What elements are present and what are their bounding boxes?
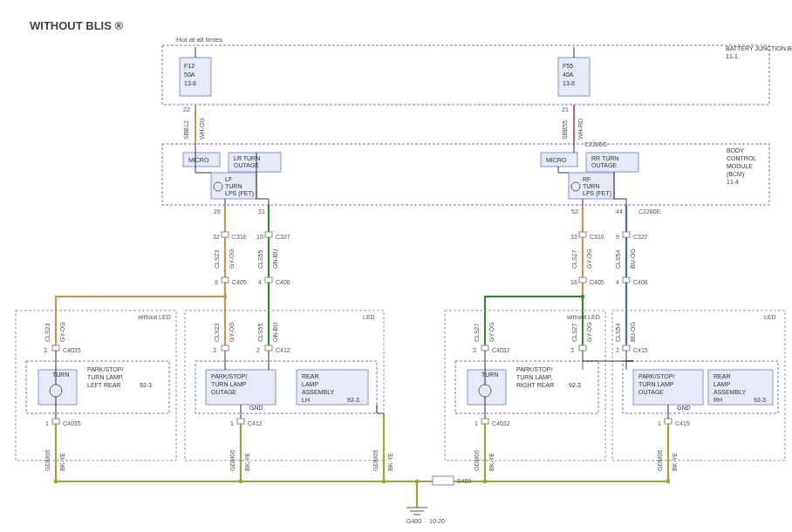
fuse-left-amps: 50A	[184, 72, 195, 78]
w-col-4: GY-OG	[488, 322, 495, 342]
branch-lr-noled	[56, 297, 225, 345]
w-id-3: CLS55	[257, 323, 263, 342]
c4032-1: 1	[475, 420, 478, 426]
svg-text:REAR: REAR	[302, 373, 318, 379]
svg-text:BK-YE: BK-YE	[672, 453, 678, 471]
sbb12-col: WH-OG	[199, 118, 205, 140]
c4032b: C4032	[492, 420, 510, 426]
svg-text:PARK/STOP/: PARK/STOP/	[211, 373, 247, 379]
c4035t: C4035	[63, 347, 81, 353]
svg-point-127	[54, 480, 58, 484]
w-id-5: CLS27	[571, 323, 577, 342]
svg-rect-37	[222, 277, 229, 283]
svg-text:CONTROL: CONTROL	[727, 155, 756, 161]
c412t: C412	[276, 347, 290, 353]
svg-text:GDM06: GDM06	[229, 450, 236, 471]
svg-rect-32	[222, 232, 229, 237]
svg-text:GDM06: GDM06	[657, 450, 663, 471]
svg-rect-48	[52, 345, 59, 351]
svg-text:LAMP: LAMP	[713, 381, 730, 387]
svg-text:RR TURN: RR TURN	[591, 155, 618, 161]
svg-text:PARK/STOP/: PARK/STOP/	[516, 366, 552, 372]
svg-rect-102	[52, 419, 59, 424]
c4035-1: 1	[45, 420, 49, 426]
branch-rr-noled	[485, 297, 583, 345]
cls54: CLS54	[615, 249, 621, 269]
lr-led-tag: LED	[363, 314, 375, 320]
mid-c-pin: 33	[570, 234, 577, 240]
g400: G400	[406, 518, 421, 524]
bjb-ref: 11-1	[726, 53, 738, 59]
c327a: C327	[276, 234, 290, 240]
rr-led-gnd: GND	[677, 405, 691, 411]
svg-text:RH: RH	[713, 397, 722, 403]
fuse-right-id: F55	[563, 63, 573, 69]
micro-l: MICRO	[188, 157, 209, 163]
svg-text:OUTAGE: OUTAGE	[591, 162, 617, 168]
c405b: C405	[590, 279, 604, 285]
rr-led-ref: 92-3	[754, 397, 766, 403]
lr-noled-tag: without LED	[137, 314, 171, 320]
bjb-title1: BATTERY JUNCTION BOX (BJB)	[726, 45, 792, 52]
cls27: CLS27	[571, 249, 577, 269]
svg-text:TURN LAMP: TURN LAMP	[638, 381, 674, 387]
pin52: 52	[571, 208, 578, 215]
c4035b: C4035	[63, 420, 81, 426]
pin21: 21	[562, 106, 569, 113]
svg-text:RF: RF	[583, 176, 591, 182]
svg-text:BK-YE: BK-YE	[244, 453, 250, 471]
s409: S409	[457, 478, 471, 484]
svg-text:BODY: BODY	[727, 147, 744, 153]
diagram-title: WITHOUT BLIS ®	[30, 19, 123, 32]
svg-text:LF: LF	[225, 176, 232, 182]
c316b: C316	[590, 234, 604, 240]
w-col-5: GY-OG	[586, 322, 592, 342]
lr-led-gnd: GND	[249, 405, 263, 411]
svg-rect-103	[237, 419, 244, 424]
svg-text:BK-YE: BK-YE	[59, 453, 65, 471]
micro-r: MICRO	[546, 157, 567, 163]
p-c412-3: 3	[213, 347, 216, 353]
svg-rect-133	[433, 476, 454, 485]
gnbu-b: GN-BU	[272, 249, 278, 269]
svg-text:TURN: TURN	[52, 372, 69, 378]
svg-text:TURN LAMP,: TURN LAMP,	[87, 374, 124, 380]
sbb55-col: WH-RD	[577, 119, 584, 140]
p-c4032-3: 3	[473, 347, 476, 353]
w-id-2: CLS23	[214, 323, 220, 342]
svg-rect-43	[623, 277, 630, 283]
pin22: 22	[183, 106, 190, 113]
rr-noled-ref: 92-3	[569, 382, 581, 388]
svg-rect-41	[579, 277, 586, 283]
svg-rect-53	[623, 345, 630, 351]
sbb12-id: SBB12	[183, 120, 189, 140]
fuse-left-id: F12	[184, 63, 195, 69]
w-col-3: GN-BU	[272, 322, 278, 342]
svg-text:PARK/STOP/: PARK/STOP/	[87, 366, 123, 372]
svg-rect-33	[265, 232, 272, 237]
fuse-right-amps: 40A	[563, 72, 574, 78]
pin31: 31	[258, 208, 265, 215]
svg-rect-50	[265, 345, 272, 351]
svg-rect-105	[665, 419, 672, 424]
c412-1: 1	[230, 420, 234, 426]
svg-text:TURN LAMP: TURN LAMP	[211, 381, 247, 387]
svg-text:TURN: TURN	[225, 183, 242, 189]
w-col-1: GY-OG	[59, 322, 65, 342]
c2280e: C2280E	[638, 208, 661, 215]
svg-rect-104	[481, 419, 488, 424]
svg-text:OUTAGE: OUTAGE	[211, 389, 236, 395]
svg-text:LH: LH	[302, 397, 310, 403]
w-col-6: BU-OG	[630, 322, 636, 342]
svg-rect-34	[579, 232, 586, 237]
svg-text:OUTAGE: OUTAGE	[234, 162, 259, 168]
fuse-right-ref: 13-8	[563, 80, 575, 86]
c4032t: C4032	[492, 347, 510, 353]
svg-text:LPS (FET): LPS (FET)	[583, 190, 611, 197]
hot-label: Hot at all times	[176, 36, 222, 44]
svg-point-132	[666, 480, 671, 484]
svg-point-131	[483, 480, 488, 484]
svg-text:LPS (FET): LPS (FET)	[225, 190, 254, 197]
svg-text:LEFT REAR: LEFT REAR	[87, 382, 120, 388]
svg-rect-39	[265, 277, 272, 283]
